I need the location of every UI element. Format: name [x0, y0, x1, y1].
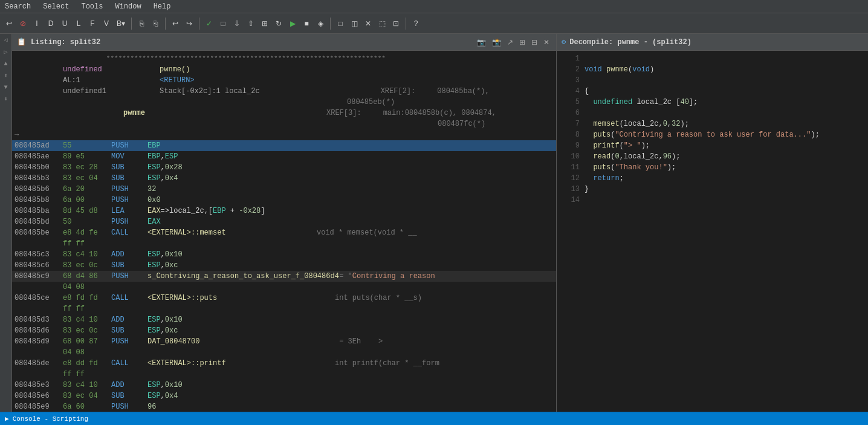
xref2-label: XREF[2]: 080485ba(*),: [381, 86, 490, 97]
btn-close-win[interactable]: ✕: [361, 16, 375, 31]
stack-line: undefined1 Stack[-0x2c]:1 local_2c XREF[…: [12, 86, 556, 97]
asm-row-6[interactable]: 080485ba 8d 45 d8 LEA EAX=>local_2c,[EBP…: [12, 206, 556, 216]
expand-icon[interactable]: ▷: [4, 48, 7, 56]
asm-row-9[interactable]: 080485c3 83 c4 10 ADD ESP,0x10: [12, 249, 556, 260]
bytes-5: 6a 00: [63, 195, 111, 206]
btn-L[interactable]: L: [72, 16, 85, 31]
btn-debug[interactable]: ◈: [314, 16, 327, 31]
asm-row-2[interactable]: 080485b0 83 ec 28 SUB ESP,0x28: [12, 162, 556, 173]
btn-copy[interactable]: ⎘: [135, 16, 148, 31]
asm-row-8[interactable]: 080485be e8 4d fe CALL <EXTERNAL>::memse…: [12, 227, 556, 238]
asm-row-0[interactable]: 080485ad 55 PUSH EBP: [12, 140, 556, 151]
btn-script[interactable]: ⊞: [258, 16, 271, 31]
btn-I[interactable]: I: [30, 16, 44, 31]
listing-snapshot-btn[interactable]: 📷: [475, 37, 488, 47]
listing-panel-icon: 📋: [17, 37, 26, 47]
btn-V[interactable]: V: [100, 16, 113, 31]
line-num-5: 5: [562, 97, 580, 108]
asm-row-4[interactable]: 080485b6 6a 20 PUSH 32: [12, 184, 556, 195]
page-down-icon[interactable]: ⬇: [4, 96, 7, 103]
asm-row-7[interactable]: 080485bd 50 PUSH EAX: [12, 216, 556, 227]
collapse-icon[interactable]: ◁: [4, 36, 7, 44]
toolbar-group-5: □ ◫ ✕ ⬚ ⊡: [334, 16, 403, 31]
page-up-icon[interactable]: ⬆: [4, 72, 7, 79]
btn-help[interactable]: ?: [409, 16, 423, 31]
func-sig: pwnme(): [160, 64, 190, 75]
addr-13: 080485d3: [15, 314, 63, 325]
btn-square[interactable]: □: [216, 16, 230, 31]
btn-run[interactable]: ▶: [286, 16, 299, 31]
btn-win2[interactable]: ◫: [348, 16, 361, 31]
btn-B[interactable]: B▾: [114, 16, 128, 31]
decompiler-content[interactable]: 1 2 void pwnme(void) 3 4 { 5 undefined l…: [557, 51, 868, 412]
btn-D[interactable]: D: [44, 16, 57, 31]
line-num-3: 3: [562, 75, 580, 86]
btn-screen[interactable]: ⊡: [389, 16, 403, 31]
decompiler-icon: ⚙: [562, 37, 566, 47]
asm-row-12b: ff ff: [12, 303, 556, 314]
asm-row-10[interactable]: 080485c6 83 ec 0c SUB ESP,0xc: [12, 260, 556, 271]
mnemonic-15: PUSH: [111, 336, 147, 347]
btn-F[interactable]: F: [86, 16, 99, 31]
btn-export[interactable]: ⇧: [244, 16, 257, 31]
asm-row-12[interactable]: 080485ce e8 fd fd CALL <EXTERNAL>::puts …: [12, 293, 556, 303]
btn-refresh[interactable]: ↻: [272, 16, 285, 31]
listing-content[interactable]: ****************************************…: [12, 51, 556, 412]
asm-row-1[interactable]: 080485ae 89 e5 MOV EBP,ESP: [12, 151, 556, 162]
listing-cursor-btn[interactable]: ↗: [505, 37, 515, 47]
listing-split-btn[interactable]: ⊟: [530, 37, 539, 47]
operand-14: ESP,0xc: [147, 325, 280, 336]
dec-line-4: 4 {: [562, 86, 863, 97]
undo-btn[interactable]: ↩: [2, 16, 16, 31]
asm-row-5[interactable]: 080485b8 6a 00 PUSH 0x0: [12, 195, 556, 206]
asm-row-3[interactable]: 080485b3 83 ec 04 SUB ESP,0x4: [12, 173, 556, 184]
asm-row-19[interactable]: 080485e9 6a 60 PUSH 96: [12, 401, 556, 412]
menu-help[interactable]: Help: [151, 1, 173, 12]
operand-15: DAT_08048700: [147, 336, 335, 347]
btn-fwd[interactable]: ↪: [183, 16, 196, 31]
scroll-down-icon[interactable]: ▼: [4, 84, 7, 91]
btn-win1[interactable]: □: [334, 16, 347, 31]
asm-row-13[interactable]: 080485d3 83 c4 10 ADD ESP,0x10: [12, 314, 556, 325]
menu-search[interactable]: Search: [2, 1, 33, 12]
comment-8: void * memset(void * __: [317, 227, 554, 238]
addr-11: 080485c9: [15, 271, 63, 282]
listing-options-btn[interactable]: ⊞: [517, 37, 527, 47]
addr-3: 080485b3: [15, 173, 63, 184]
btn-stop[interactable]: ■: [300, 16, 313, 31]
listing-close-btn[interactable]: ✕: [542, 37, 551, 47]
mnemonic-10: SUB: [111, 260, 147, 271]
operand-9: ESP,0x10: [147, 249, 280, 260]
asm-row-14[interactable]: 080485d6 83 ec 0c SUB ESP,0xc: [12, 325, 556, 336]
bytes-1: 89 e5: [63, 151, 111, 162]
addr-15: 080485d9: [15, 336, 63, 347]
asm-row-15[interactable]: 080485d9 68 00 87 PUSH DAT_08048700 = 3E…: [12, 336, 556, 347]
listing-camera-btn[interactable]: 📸: [490, 37, 503, 47]
btn-paste[interactable]: ⎗: [149, 16, 162, 31]
scroll-up-icon[interactable]: ▲: [4, 60, 7, 67]
line-num-11: 11: [562, 162, 580, 173]
bytes-12b: ff ff: [63, 303, 111, 314]
listing-panel-actions: 📷 📸 ↗ ⊞ ⊟ ✕: [475, 37, 551, 47]
redo-btn[interactable]: ⊘: [16, 16, 30, 31]
bytes-6: 8d 45 d8: [63, 206, 111, 216]
asm-row-17[interactable]: 080485e3 83 c4 10 ADD ESP,0x10: [12, 380, 556, 391]
decompiler-header: ⚙ Decompile: pwnme - (split32): [557, 34, 868, 51]
btn-back[interactable]: ↩: [169, 16, 182, 31]
menu-select[interactable]: Select: [40, 1, 71, 12]
btn-import[interactable]: ⇩: [230, 16, 244, 31]
menu-window[interactable]: Window: [112, 1, 143, 12]
bytes-11b: 04 08: [63, 282, 111, 293]
btn-U[interactable]: U: [58, 16, 71, 31]
menu-tools[interactable]: Tools: [79, 1, 105, 12]
bytes-8: e8 4d fe: [63, 227, 111, 238]
listing-panel-header: 📋 Listing: split32 📷 📸 ↗ ⊞ ⊟ ✕: [12, 34, 556, 51]
operand-12: <EXTERNAL>::puts: [147, 293, 335, 303]
asm-row-11[interactable]: 080485c9 68 d4 86 PUSH s_Contriving_a_re…: [12, 271, 556, 282]
asm-row-18[interactable]: 080485e6 83 ec 04 SUB ESP,0x4: [12, 391, 556, 401]
btn-check[interactable]: ✓: [202, 16, 216, 31]
btn-graph[interactable]: ⬚: [375, 16, 389, 31]
bytes-9: 83 c4 10: [63, 249, 111, 260]
asm-row-16[interactable]: 080485de e8 dd fd CALL <EXTERNAL>::print…: [12, 358, 556, 369]
header-stars: ****************************************…: [12, 53, 556, 64]
